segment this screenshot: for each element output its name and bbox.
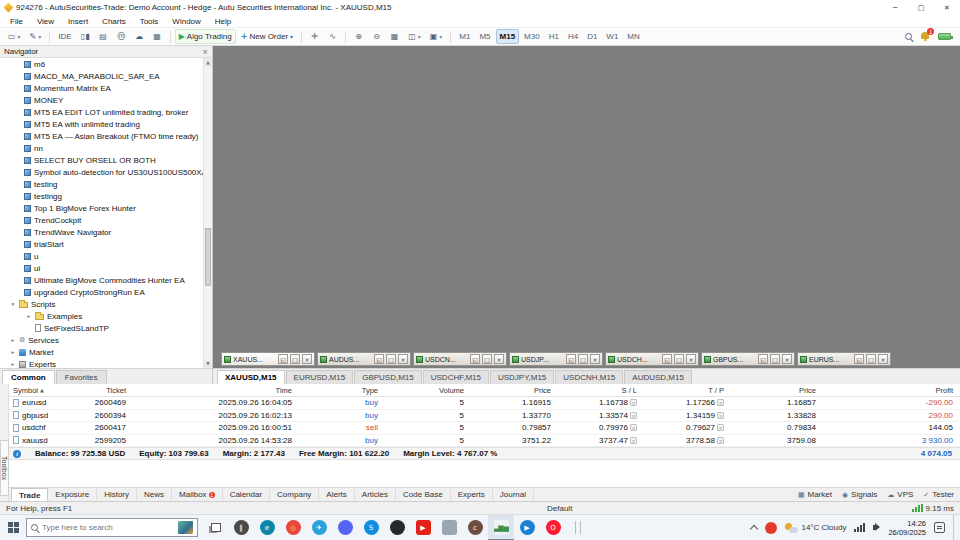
column-header-symbol[interactable]: Symbol▲ [9,386,67,395]
timeframe-button[interactable]: M5 [475,29,494,44]
navigator-ea-item[interactable]: SELECT BUY ORSELL OR BOTH [0,154,203,166]
crosshair-icon-button[interactable]: ✛ [306,29,323,44]
column-header-type[interactable]: Type [295,386,381,395]
navigator-ea-item[interactable]: testingg [0,190,203,202]
line-chart-icon-button[interactable]: ∿ [324,29,341,44]
close-icon[interactable]: × [302,354,312,364]
search-icon[interactable] [905,33,912,40]
layers-icon-button[interactable]: ▦ [149,29,166,44]
close-icon[interactable]: × [202,48,208,56]
mql5-community-icon-button[interactable]: ⓜ [113,29,130,44]
taskbar-app-button[interactable]: ▃▆▅ [488,515,514,540]
action-center-icon[interactable] [934,522,945,533]
account-summary-row[interactable]: i Balance: 99 725.58 USD Equity: 103 799… [9,447,960,460]
show-hidden-icons-chevron[interactable] [750,525,758,533]
taskbar-app-button[interactable]: S [358,515,384,540]
taskbar-app-button[interactable]: ‖ [228,515,254,540]
chart-tab[interactable]: GBPUSD,M15 [354,370,422,384]
restore-icon[interactable]: ◱ [470,354,480,364]
candlestick-chart-icon-button[interactable]: ▯▮ [77,29,94,44]
bar-chart-icon-button[interactable]: ▤ [95,29,112,44]
remove-sl-icon[interactable]: × [630,399,637,406]
navigator-item-services[interactable]: ▸ ⚙ Services [0,334,203,346]
chart-tab[interactable]: USDCHF,M15 [423,370,489,384]
navigator-ea-item[interactable]: MT5 EA EDIT LOT unlimited trading, broke… [0,106,203,118]
navigator-ea-item[interactable]: trialStart [0,238,203,250]
restore-icon[interactable]: ◱ [278,354,288,364]
metaeditor-button[interactable]: IDE [54,29,75,44]
menu-item[interactable]: View [30,17,61,26]
minimized-chart-window[interactable]: USDCN... ◱ □ × [413,352,507,366]
toolbox-tab[interactable]: Company [270,488,319,501]
algo-trading-button[interactable]: ▶Algo Trading [175,29,236,44]
timeframe-button[interactable]: D1 [583,29,601,44]
minimized-chart-window[interactable]: GBPUS... ◱ □ × [701,352,795,366]
close-icon[interactable]: × [686,354,696,364]
taskbar-app-button[interactable]: ✈ [306,515,332,540]
remove-tp-icon[interactable]: × [717,424,724,431]
panel-button[interactable]: ✓ Tester [923,490,954,499]
draw-tools-dropdown[interactable]: ✎▾ [26,29,46,44]
taskbar-grip[interactable] [575,521,581,534]
start-button[interactable] [0,515,26,540]
navigator-tab[interactable]: Common [2,370,55,384]
navigator-ea-item[interactable]: Top 1 BigMove Forex Hunter [0,202,203,214]
taskbar-app-button[interactable]: ◎ [280,515,306,540]
column-header-price-current[interactable]: Price [727,386,819,395]
minimized-chart-window[interactable]: USDJP... ◱ □ × [509,352,603,366]
weather-widget[interactable]: 14°C Cloudy [785,523,846,533]
menu-item[interactable]: Charts [95,17,133,26]
navigator-ea-item[interactable]: MT5 EA with unlimited trading [0,118,203,130]
navigator-ea-item[interactable]: Symbol auto-detection for US30US100US500… [0,166,203,178]
timeframe-button[interactable]: H1 [545,29,563,44]
taskbar-app-button[interactable] [384,515,410,540]
minimized-chart-window[interactable]: USDCH... ◱ □ × [605,352,699,366]
column-header-ticket[interactable]: Ticket [67,386,129,395]
taskbar-app-button[interactable]: ▶ [410,515,436,540]
tree-expand-icon[interactable]: ▸ [26,313,32,319]
navigator-ea-item[interactable]: u [0,250,203,262]
timeframe-button[interactable]: M15 [496,29,520,44]
maximize-icon[interactable]: □ [482,354,492,364]
toolbox-tab[interactable]: Articles [355,488,396,501]
toolbox-tab[interactable]: Journal [493,488,534,501]
maximize-icon[interactable]: □ [674,354,684,364]
zoom-in-icon-button[interactable]: ⊕ [350,29,367,44]
notifications-button[interactable]: 1 [921,32,929,41]
navigator-item-experts[interactable]: ▸ Experts [0,358,203,368]
window-layout-dropdown[interactable]: ◫▾ [404,29,425,44]
connection-status-icon[interactable] [938,33,951,40]
close-icon[interactable]: × [590,354,600,364]
menu-item[interactable]: File [3,17,30,26]
scroll-down-icon[interactable]: ▼ [204,359,212,368]
menu-item[interactable]: Window [165,17,207,26]
taskbar-app-button[interactable]: c [462,515,488,540]
task-view-button[interactable] [204,515,228,540]
chart-tab[interactable]: AUDUSD,M15 [624,370,692,384]
new-order-button[interactable]: +New Order▾ [237,29,297,44]
navigator-item-examples[interactable]: ▸ Examples [0,310,203,322]
navigator-ea-item[interactable]: TrendWave Navigator [0,226,203,238]
volume-icon[interactable] [873,525,876,530]
navigator-ea-item[interactable]: Momentum Matrix EA [0,82,203,94]
maximize-icon[interactable]: □ [386,354,396,364]
search-input[interactable] [42,523,174,532]
column-header-time[interactable]: Time [129,386,295,395]
menu-item[interactable]: Tools [133,17,166,26]
position-row[interactable]: usdchf 2600417 2025.09.26 16:00:51 sell … [9,422,960,435]
timeframe-button[interactable]: M30 [520,29,544,44]
remove-tp-icon[interactable]: × [717,412,724,419]
search-highlight-image[interactable] [178,521,193,534]
remove-sl-icon[interactable]: × [630,412,637,419]
indicators-dropdown[interactable]: ▣▾ [426,29,447,44]
toolbox-tab[interactable]: Exposure [48,488,97,501]
close-icon[interactable]: × [494,354,504,364]
restore-icon[interactable]: ◱ [374,354,384,364]
cloud-icon-button[interactable]: ☁ [131,29,148,44]
remove-sl-icon[interactable]: × [630,424,637,431]
timeframe-button[interactable]: H4 [564,29,582,44]
column-header-volume[interactable]: Volume [381,386,467,395]
navigator-ea-item[interactable]: MACD_MA_PARABOLIC_SAR_EA [0,70,203,82]
timeframe-button[interactable]: M1 [455,29,474,44]
navigator-item-setfixedslandtp[interactable]: SetFixedSLandTP [0,322,203,334]
